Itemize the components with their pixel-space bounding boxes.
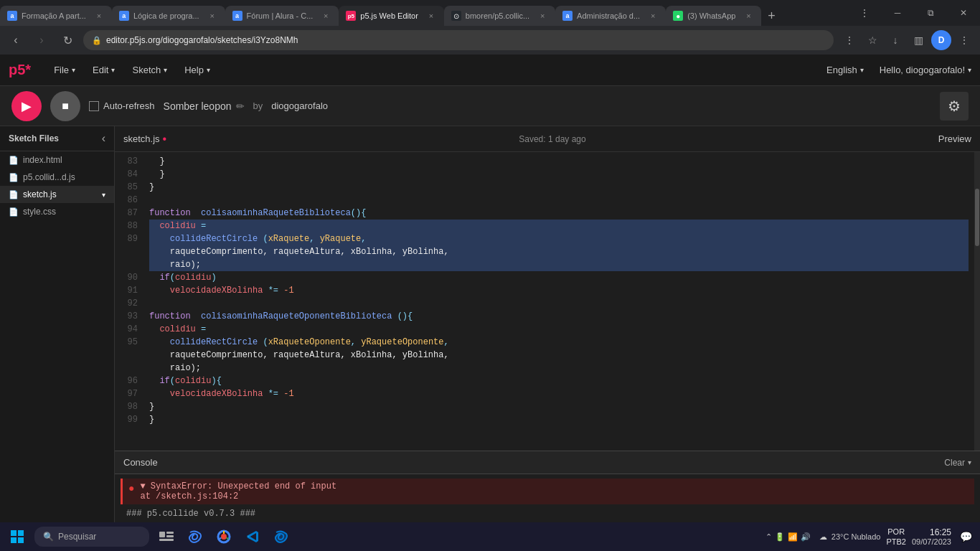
edit-menu[interactable]: Edit ▾ (84, 59, 123, 81)
tab-forum[interactable]: a Fórum | Alura - C... × (225, 6, 339, 26)
tab-favicon-bmoren: ⊙ (451, 11, 461, 21)
new-tab-button[interactable]: + (761, 6, 781, 26)
file-item-sketchjs[interactable]: 📄 sketch.js ▾ (0, 186, 114, 203)
file-name-p5collide: p5.collid...d.js (23, 172, 75, 182)
system-tray[interactable]: ⌃ 🔋 📶 🔊 (765, 532, 811, 542)
taskbar-chrome-icon[interactable] (212, 525, 235, 548)
taskbar-edge-icon[interactable] (184, 525, 207, 548)
reload-btn[interactable]: ↻ (57, 30, 77, 50)
more-menu-btn[interactable]: ⋮ (954, 30, 974, 50)
close-window-btn[interactable]: ✕ (947, 0, 980, 26)
back-btn[interactable]: ‹ (6, 30, 26, 50)
code-content-area[interactable]: } } } function colisaominhaRaqueteBiblio… (143, 152, 974, 451)
notifications-btn[interactable]: 💬 (957, 525, 974, 548)
tab-close-whatsapp[interactable]: × (743, 10, 754, 22)
maximize-btn[interactable]: ⧉ (914, 0, 947, 26)
tab-close-bmoren[interactable]: × (537, 10, 548, 22)
file-item-index[interactable]: 📄 index.html (0, 151, 114, 169)
editor-scrollbar-thumb[interactable] (975, 189, 979, 246)
tab-admin[interactable]: a Administração d... × (555, 6, 666, 26)
taskbar-edge2-icon[interactable] (270, 525, 293, 548)
clock-display[interactable]: 16:25 09/07/2023 (912, 527, 951, 546)
edit-sketch-name-icon[interactable]: ✏ (236, 100, 245, 112)
tab-favicon-logica: a (119, 11, 129, 21)
taskbar-right-area: ⌃ 🔋 📶 🔊 ☁ 23°C Nublado POR PTB2 16:25 09… (765, 525, 974, 548)
user-chevron-icon: ▾ (968, 66, 971, 74)
tab-close-p5[interactable]: × (425, 10, 437, 22)
preview-label: Preview (938, 133, 971, 144)
sidebar-collapse-icon[interactable]: ‹ (102, 132, 105, 145)
address-text: editor.p5js.org/diogogarofalo/sketches/i… (106, 35, 298, 45)
tab-close-logica[interactable]: × (207, 10, 218, 22)
tab-p5editor[interactable]: p5 p5.js Web Editor × (339, 6, 444, 26)
search-icon: 🔍 (43, 532, 54, 542)
battery-icon: 🔋 (775, 532, 785, 542)
clear-button[interactable]: Clear ▾ (944, 458, 971, 468)
tray-arrow-icon[interactable]: ⌃ (765, 532, 772, 542)
bookmark-btn[interactable]: ☆ (862, 30, 882, 50)
code-line-98: } (149, 400, 969, 413)
error-details: ▼ SyntaxError: Unexpected end of input a… (140, 481, 336, 501)
svg-rect-0 (11, 530, 17, 536)
code-line-92 (149, 297, 969, 310)
tab-close-forum[interactable]: × (320, 10, 331, 22)
address-bar[interactable]: 🔒 editor.p5js.org/diogogarofalo/sketches… (83, 30, 834, 50)
stop-button[interactable]: ■ (50, 91, 80, 121)
language-selector[interactable]: English ▾ (819, 60, 871, 80)
weather-widget: ☁ 23°C Nublado (819, 532, 881, 542)
weather-text: 23°C Nublado (831, 532, 881, 541)
line-numbers-gutter: 83 84 85 86 87 88 89 90 91 92 (115, 152, 143, 451)
code-line-90: if(colidiu) (149, 271, 969, 284)
editor-filename-text: sketch.js (123, 133, 160, 144)
tab-logica[interactable]: a Lógica de progra... × (112, 6, 225, 26)
code-line-89b: raqueteComprimento, raqueteAltura, xBoli… (149, 245, 969, 258)
p5-top-nav: p5* File ▾ Edit ▾ Sketch ▾ Help ▾ Englis… (0, 55, 980, 86)
tab-list-btn[interactable]: ⋮ (848, 0, 881, 26)
file-menu[interactable]: File ▾ (45, 59, 84, 81)
tab-favicon-forum: a (232, 11, 242, 21)
start-button[interactable] (6, 525, 29, 548)
file-name-sketchjs: sketch.js (23, 189, 57, 199)
forward-btn[interactable]: › (32, 30, 52, 50)
play-button[interactable]: ▶ (11, 91, 42, 121)
code-line-99: } (149, 413, 969, 426)
file-icon-p5collide: 📄 (9, 173, 19, 182)
file-item-p5collide[interactable]: 📄 p5.collid...d.js (0, 169, 114, 186)
error-location: at /sketch.js:104:2 (140, 491, 336, 501)
code-line-94: colidiu = (149, 323, 969, 336)
language-indicator[interactable]: POR PTB2 (886, 527, 906, 547)
code-line-88: colidiu = (149, 220, 969, 232)
autorefresh-label: Auto-refresh (89, 100, 155, 111)
tab-bmoren[interactable]: ⊙ bmoren/p5.collic... × (444, 6, 555, 26)
help-menu[interactable]: Help ▾ (176, 59, 219, 81)
tab-label-formacao: Formação A part... (22, 11, 86, 20)
clock-date: 09/07/2023 (912, 537, 951, 546)
tab-whatsapp[interactable]: ● (3) WhatsApp × (666, 6, 761, 26)
editor-scrollbar[interactable] (974, 152, 980, 451)
main-area: Sketch Files ‹ 📄 index.html 📄 p5.collid.… (0, 126, 980, 551)
taskbar-vscode-icon[interactable] (241, 525, 264, 548)
address-bar-row: ‹ › ↻ 🔒 editor.p5js.org/diogogarofalo/sk… (0, 26, 980, 55)
sidebar-btn[interactable]: ▥ (908, 30, 928, 50)
tab-close-formacao[interactable]: × (93, 10, 105, 22)
profile-avatar[interactable]: D (931, 30, 951, 50)
file-name-index: index.html (23, 155, 62, 165)
taskbar-search[interactable]: 🔍 Pesquisar (34, 527, 149, 547)
autorefresh-text: Auto-refresh (103, 100, 155, 111)
sync-btn[interactable]: ↓ (885, 30, 905, 50)
file-item-stylecss[interactable]: 📄 style.css (0, 203, 114, 220)
minimize-btn[interactable]: ─ (881, 0, 914, 26)
weather-icon: ☁ (819, 532, 827, 542)
editor-tab-bar: sketch.js • Saved: 1 day ago Preview (115, 126, 980, 152)
sketch-name-area: Somber leopon ✏ (164, 100, 245, 112)
autorefresh-checkbox[interactable] (89, 101, 99, 111)
window-controls: ⋮ ─ ⧉ ✕ (848, 0, 980, 26)
tab-formacao[interactable]: a Formação A part... × (0, 6, 112, 26)
extensions-btn[interactable]: ⋮ (839, 30, 859, 50)
tab-close-admin[interactable]: × (647, 10, 659, 22)
settings-button[interactable]: ⚙ (940, 92, 969, 121)
file-chevron-icon: ▾ (102, 191, 105, 199)
code-line-87: function colisaominhaRaqueteBiblioteca()… (149, 207, 969, 220)
sketch-menu[interactable]: Sketch ▾ (123, 59, 176, 81)
task-view-btn[interactable] (155, 525, 178, 548)
